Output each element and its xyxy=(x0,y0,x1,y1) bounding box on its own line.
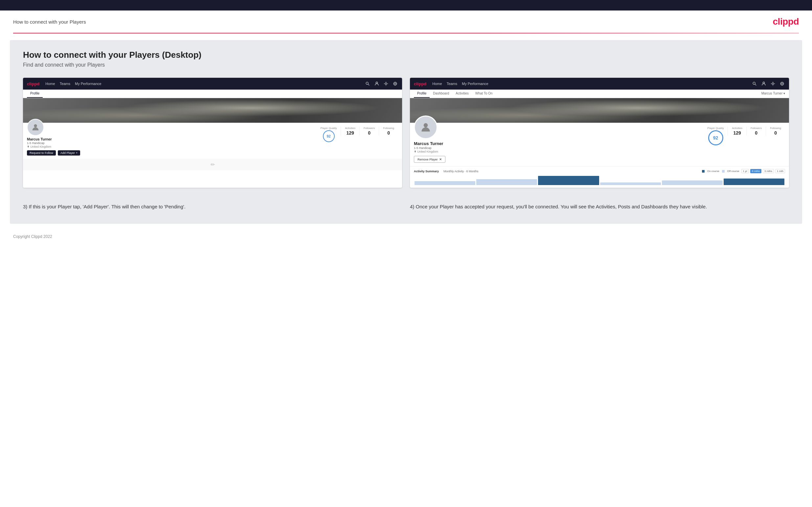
user-icon-1[interactable] xyxy=(374,81,380,87)
filter-1mth[interactable]: 1 mth xyxy=(775,169,785,173)
app-logo-1: clippd xyxy=(27,81,39,86)
svg-point-2 xyxy=(376,82,377,84)
activity-header: Activity Summary Monthly Activity · 6 Mo… xyxy=(414,169,785,173)
stat-following-1: Following 0 xyxy=(379,127,398,135)
stat-followers-2: Followers 0 xyxy=(746,127,766,135)
page-subheading: Find and connect with your Players xyxy=(23,62,789,68)
stat-following-2: Following 0 xyxy=(766,127,785,135)
profile-info-1: Marcus Turner 1-5 Handicap United Kingdo… xyxy=(23,123,402,159)
svg-point-8 xyxy=(763,82,764,84)
svg-point-5 xyxy=(34,124,37,127)
profile-info-2: Marcus Turner 1-5 Handicap United Kingdo… xyxy=(410,123,789,166)
app-tabbar-1: Profile xyxy=(23,90,402,98)
activity-period: Monthly Activity · 6 Months xyxy=(444,170,478,173)
copyright-text: Copyright Clippd 2022 xyxy=(13,234,52,239)
app-tabbar-2: Profile Dashboard Activities What To On … xyxy=(410,90,789,98)
nav-teams-1[interactable]: Teams xyxy=(60,82,70,86)
chart-bar-5 xyxy=(662,180,723,185)
page-header: How to connect with your Players clippd xyxy=(0,10,812,33)
stat-quality-1: Player Quality 92 xyxy=(317,127,341,143)
nav-icons-2 xyxy=(752,81,785,87)
nav-home-1[interactable]: Home xyxy=(45,82,55,86)
page-footer: Copyright Clippd 2022 xyxy=(0,230,812,244)
screenshot-2: clippd Home Teams My Performance xyxy=(410,78,789,188)
nav-myperformance-2[interactable]: My Performance xyxy=(462,82,489,86)
follow-button-1[interactable]: Request to Follow xyxy=(27,150,56,156)
step3-text: 3) If this is your Player tap, 'Add Play… xyxy=(23,203,402,211)
chart-bar-4 xyxy=(600,182,661,185)
profile-info-left-2: Marcus Turner 1-5 Handicap United Kingdo… xyxy=(414,125,445,163)
add-player-button-1[interactable]: Add Player + xyxy=(58,150,80,156)
player-handicap-1: 1-5 Handicap xyxy=(27,142,80,145)
stat-followers-1: Followers 0 xyxy=(359,127,379,135)
svg-point-0 xyxy=(366,82,368,84)
tab-activities-2[interactable]: Activities xyxy=(452,90,472,98)
nav-teams-2[interactable]: Teams xyxy=(447,82,457,86)
player-name-2: Marcus Turner xyxy=(414,141,445,146)
player-location-1: United Kingdom xyxy=(27,145,80,148)
header-divider xyxy=(13,33,799,34)
svg-point-11 xyxy=(424,123,428,127)
nav-myperformance-1[interactable]: My Performance xyxy=(75,82,101,86)
profile-banner-1 xyxy=(23,98,402,123)
on-course-label: On course xyxy=(707,170,719,173)
user-icon-2[interactable] xyxy=(761,81,767,87)
globe-icon-1[interactable] xyxy=(392,81,398,87)
activity-chart xyxy=(414,175,785,185)
search-icon-2[interactable] xyxy=(752,81,757,87)
svg-point-6 xyxy=(753,82,755,84)
settings-icon-1[interactable] xyxy=(383,81,389,87)
screenshot-1: clippd Home Teams My Performance xyxy=(23,78,402,188)
tab-dashboard-2[interactable]: Dashboard xyxy=(429,90,452,98)
player-stats-1: Player Quality 92 Activities 129 Followe… xyxy=(317,125,398,143)
svg-line-7 xyxy=(755,84,757,86)
svg-point-9 xyxy=(772,83,773,84)
step3-block: 3) If this is your Player tap, 'Add Play… xyxy=(23,198,402,211)
tab-whattoon-2[interactable]: What To On xyxy=(472,90,496,98)
app-navbar-1: clippd Home Teams My Performance xyxy=(23,78,402,90)
globe-icon-2[interactable] xyxy=(779,81,785,87)
on-course-dot xyxy=(702,170,705,173)
search-icon-1[interactable] xyxy=(365,81,370,87)
avatar-2 xyxy=(414,115,438,139)
stat-activities-2: Activities 129 xyxy=(727,127,746,135)
tab-profile-1[interactable]: Profile xyxy=(27,90,43,98)
off-course-label: Off course xyxy=(727,170,740,173)
chart-bar-3 xyxy=(538,176,599,185)
app-navbar-2: clippd Home Teams My Performance xyxy=(410,78,789,90)
chart-bar-2 xyxy=(476,179,537,185)
pencil-icon-1: ✏ xyxy=(211,161,215,168)
app-logo-2: clippd xyxy=(414,81,426,86)
settings-icon-2[interactable] xyxy=(770,81,776,87)
filter-6mths[interactable]: 6 mths xyxy=(750,169,761,173)
descriptions-row: 3) If this is your Player tap, 'Add Play… xyxy=(23,198,789,211)
stat-activities-1: Activities 129 xyxy=(341,127,359,135)
player-stats-2: Player Quality 92 Activities 129 Followe… xyxy=(704,125,785,146)
step4-text: 4) Once your Player has accepted your re… xyxy=(410,203,789,211)
nav-icons-1 xyxy=(365,81,398,87)
chart-bar-1 xyxy=(414,181,475,185)
activity-legend: On course Off course xyxy=(702,170,740,173)
top-bar xyxy=(0,0,812,10)
player-buttons-1: Request to Follow Add Player + xyxy=(27,150,80,156)
quality-circle-2: 92 xyxy=(708,130,723,146)
filter-1yr[interactable]: 1 yr xyxy=(742,169,749,173)
screenshot-bottom-1: ✏ xyxy=(23,159,402,170)
filter-3mths[interactable]: 3 mths xyxy=(763,169,774,173)
player-name-1: Marcus Turner xyxy=(27,137,80,141)
off-course-dot xyxy=(722,170,725,173)
tab-profile-2[interactable]: Profile xyxy=(414,90,429,98)
remove-player-button[interactable]: Remove Player ✕ xyxy=(414,156,445,163)
activity-title: Activity Summary xyxy=(414,170,439,173)
user-dropdown-2[interactable]: Marcus Turner ▾ xyxy=(761,90,785,98)
profile-banner-2 xyxy=(410,98,789,123)
screenshots-row: clippd Home Teams My Performance xyxy=(23,78,789,188)
page-header-title: How to connect with your Players xyxy=(13,19,86,24)
step4-block: 4) Once your Player has accepted your re… xyxy=(410,198,789,211)
activity-summary: Activity Summary Monthly Activity · 6 Mo… xyxy=(410,166,789,188)
player-location-2: United Kingdom xyxy=(414,150,445,153)
svg-point-3 xyxy=(385,83,387,84)
nav-home-2[interactable]: Home xyxy=(432,82,442,86)
page-heading: How to connect with your Players (Deskto… xyxy=(23,50,789,60)
stat-quality-2: Player Quality 92 xyxy=(704,127,728,146)
